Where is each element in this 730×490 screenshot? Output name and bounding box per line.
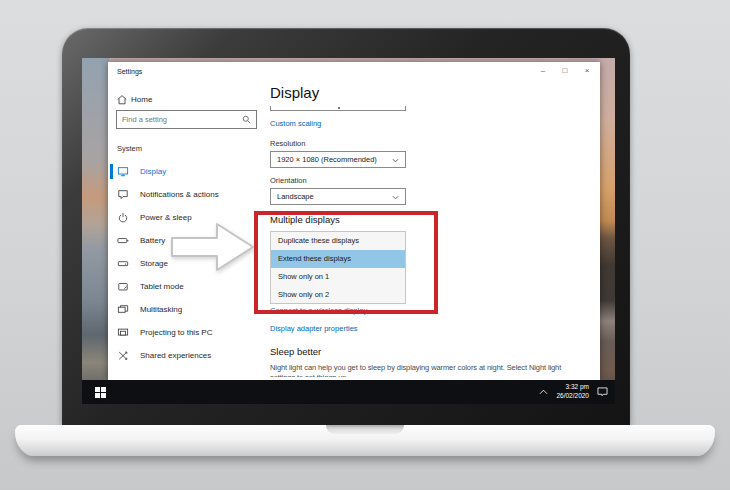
windows-logo-icon[interactable] <box>95 387 106 398</box>
orientation-label: Orientation <box>270 176 307 185</box>
laptop-base <box>15 425 715 456</box>
notifications-icon <box>117 189 131 200</box>
sidebar-section-label: System <box>117 144 142 153</box>
chevron-down-icon <box>392 158 399 163</box>
sidebar-item-display[interactable]: Display <box>108 160 268 183</box>
shared-experiences-icon <box>117 350 131 361</box>
night-light-description: Night light can help you get to sleep by… <box>270 363 561 372</box>
sidebar-item-home[interactable]: Home <box>116 90 152 108</box>
action-center-icon[interactable] <box>597 387 608 397</box>
taskbar-time: 3:32 pm <box>556 383 589 392</box>
laptop-screen: Settings – □ × Home <box>82 58 615 404</box>
option-extend-these-displays[interactable]: Extend these displays <box>271 250 405 268</box>
orientation-dropdown[interactable]: Landscape <box>270 188 406 205</box>
taskbar-date: 26/02/2020 <box>556 392 589 401</box>
search-box[interactable] <box>116 110 257 129</box>
system-tray: 3:32 pm 26/02/2020 <box>539 380 608 404</box>
night-light-description-clipped: settings to set things up. <box>270 373 348 377</box>
multiple-displays-listbox: Duplicate these displays Extend these di… <box>270 231 406 304</box>
resolution-value: 1920 × 1080 (Recommended) <box>277 155 377 164</box>
scene: Settings – □ × Home <box>0 0 730 490</box>
sidebar-item-projecting[interactable]: Projecting to this PC <box>108 321 268 344</box>
window-title: Settings <box>117 68 142 75</box>
orientation-value: Landscape <box>277 192 314 201</box>
projecting-icon <box>117 327 131 338</box>
resolution-label: Resolution <box>270 139 305 148</box>
sidebar-item-tablet-mode[interactable]: Tablet mode <box>108 275 268 298</box>
connect-wireless-display-link[interactable]: Connect to a wireless display <box>270 306 367 315</box>
battery-icon <box>117 235 131 246</box>
sidebar-home-label: Home <box>131 95 152 104</box>
home-icon <box>116 94 131 105</box>
option-show-only-on-1[interactable]: Show only on 1 <box>271 268 405 286</box>
tablet-icon <box>117 281 131 292</box>
option-duplicate-these-displays[interactable]: Duplicate these displays <box>271 232 405 250</box>
taskbar: 3:32 pm 26/02/2020 <box>82 380 615 404</box>
sidebar-item-notifications[interactable]: Notifications & actions <box>108 183 268 206</box>
chevron-up-icon[interactable] <box>539 389 548 395</box>
sleep-better-heading: Sleep better <box>270 346 321 357</box>
taskbar-clock[interactable]: 3:32 pm 26/02/2020 <box>556 383 589 401</box>
settings-main-panel: Display Custom scaling Resolution 1920 ×… <box>270 62 600 380</box>
selected-accent-bar <box>110 164 113 179</box>
display-icon <box>117 166 131 177</box>
power-icon <box>117 212 131 223</box>
page-title: Display <box>270 84 319 101</box>
multitasking-icon <box>117 304 131 315</box>
option-show-only-on-2[interactable]: Show only on 2 <box>271 286 405 304</box>
display-adapter-properties-link[interactable]: Display adapter properties <box>270 324 358 333</box>
callout-arrow <box>170 220 256 274</box>
multiple-displays-heading: Multiple displays <box>270 214 340 225</box>
storage-icon <box>117 258 131 269</box>
scaling-dropdown-partial[interactable] <box>270 106 406 111</box>
desktop-wallpaper-left <box>82 58 109 404</box>
laptop-base-notch <box>326 425 404 434</box>
resolution-dropdown[interactable]: 1920 × 1080 (Recommended) <box>270 151 406 168</box>
sidebar-item-multitasking[interactable]: Multitasking <box>108 298 268 321</box>
custom-scaling-link[interactable]: Custom scaling <box>270 119 321 128</box>
search-icon <box>242 115 251 124</box>
chevron-down-icon <box>392 195 399 200</box>
sidebar-item-shared-experiences[interactable]: Shared experiences <box>108 344 268 367</box>
laptop-frame: Settings – □ × Home <box>62 28 630 425</box>
search-input[interactable] <box>117 115 242 124</box>
